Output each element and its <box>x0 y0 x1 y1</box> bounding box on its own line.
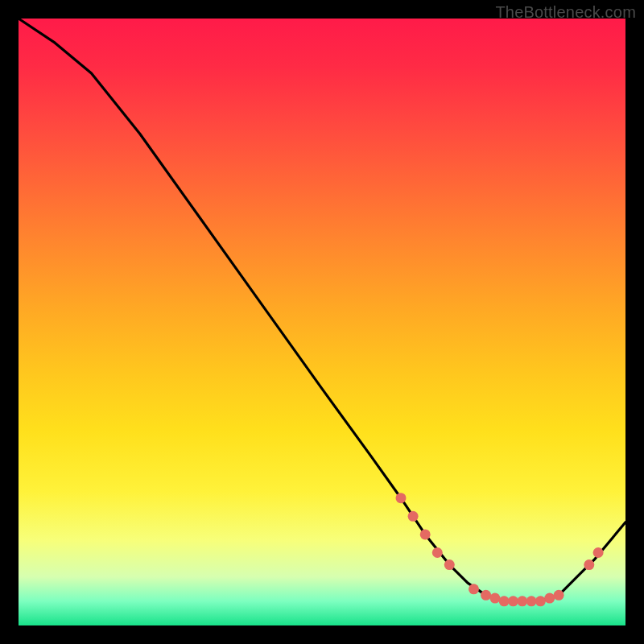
curve-marker <box>535 596 546 606</box>
curve-marker <box>396 493 407 503</box>
curve-markers <box>396 493 604 606</box>
curve-marker <box>408 511 419 522</box>
curve-marker <box>508 596 518 606</box>
curve-marker <box>444 559 455 570</box>
curve-marker <box>469 584 479 594</box>
curve-marker <box>544 593 555 604</box>
curve-marker <box>554 590 564 601</box>
chart-stage: TheBottleneck.com <box>0 0 644 644</box>
chart-svg <box>19 19 625 625</box>
curve-marker <box>526 596 537 606</box>
curve-line <box>19 19 625 601</box>
curve-marker <box>481 590 491 601</box>
curve-marker <box>593 547 604 558</box>
curve-marker <box>499 596 510 606</box>
curve-marker <box>517 596 527 606</box>
curve-marker <box>489 593 500 604</box>
plot-area <box>19 19 625 625</box>
curve-marker <box>584 559 594 570</box>
curve-marker <box>432 547 443 558</box>
curve-marker <box>420 529 431 539</box>
